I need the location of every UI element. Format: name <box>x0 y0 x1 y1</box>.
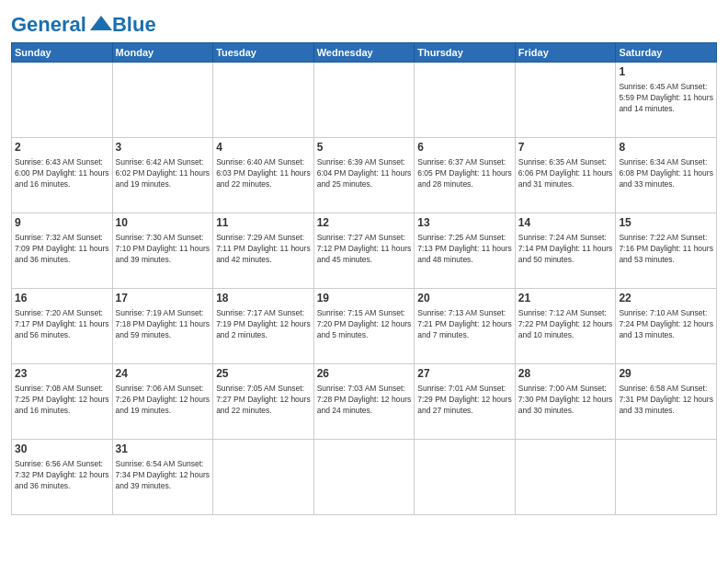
calendar-cell: 21Sunrise: 7:12 AM Sunset: 7:22 PM Dayli… <box>515 289 616 364</box>
calendar-cell: 30Sunrise: 6:56 AM Sunset: 7:32 PM Dayli… <box>12 440 113 515</box>
week-row-4: 16Sunrise: 7:20 AM Sunset: 7:17 PM Dayli… <box>12 289 717 364</box>
calendar-cell: 7Sunrise: 6:35 AM Sunset: 6:06 PM Daylig… <box>515 138 616 213</box>
day-number: 28 <box>518 366 613 382</box>
calendar-cell: 25Sunrise: 7:05 AM Sunset: 7:27 PM Dayli… <box>213 364 314 440</box>
cell-content: Sunrise: 6:45 AM Sunset: 5:59 PM Dayligh… <box>619 81 713 115</box>
calendar-cell: 12Sunrise: 7:27 AM Sunset: 7:12 PM Dayli… <box>313 213 415 289</box>
calendar-cell <box>213 63 314 138</box>
week-row-5: 23Sunrise: 7:08 AM Sunset: 7:25 PM Dayli… <box>12 364 717 440</box>
weekday-monday: Monday <box>112 43 213 63</box>
cell-content: Sunrise: 7:00 AM Sunset: 7:30 PM Dayligh… <box>518 383 613 417</box>
weekday-header-row: SundayMondayTuesdayWednesdayThursdayFrid… <box>12 43 717 63</box>
cell-content: Sunrise: 7:05 AM Sunset: 7:27 PM Dayligh… <box>216 383 311 417</box>
calendar-cell: 20Sunrise: 7:13 AM Sunset: 7:21 PM Dayli… <box>415 289 516 364</box>
calendar-cell: 11Sunrise: 7:29 AM Sunset: 7:11 PM Dayli… <box>213 213 314 289</box>
cell-content: Sunrise: 6:43 AM Sunset: 6:00 PM Dayligh… <box>15 156 109 190</box>
calendar-cell: 28Sunrise: 7:00 AM Sunset: 7:30 PM Dayli… <box>515 364 616 440</box>
day-number: 6 <box>417 140 512 155</box>
calendar-cell: 1Sunrise: 6:45 AM Sunset: 5:59 PM Daylig… <box>616 63 717 138</box>
day-number: 4 <box>216 140 311 155</box>
calendar-cell <box>112 63 213 138</box>
weekday-tuesday: Tuesday <box>213 43 314 63</box>
day-number: 31 <box>116 442 210 457</box>
weekday-friday: Friday <box>515 43 616 63</box>
cell-content: Sunrise: 7:13 AM Sunset: 7:21 PM Dayligh… <box>417 307 512 341</box>
cell-content: Sunrise: 7:10 AM Sunset: 7:24 PM Dayligh… <box>619 307 713 341</box>
cell-content: Sunrise: 7:15 AM Sunset: 7:20 PM Dayligh… <box>317 307 412 341</box>
calendar-cell: 27Sunrise: 7:01 AM Sunset: 7:29 PM Dayli… <box>415 364 516 440</box>
day-number: 13 <box>417 215 512 231</box>
day-number: 5 <box>317 140 412 155</box>
day-number: 7 <box>518 140 613 155</box>
day-number: 1 <box>619 64 713 80</box>
calendar-cell <box>415 440 516 515</box>
cell-content: Sunrise: 6:39 AM Sunset: 6:04 PM Dayligh… <box>317 156 412 190</box>
cell-content: Sunrise: 6:40 AM Sunset: 6:03 PM Dayligh… <box>216 156 311 190</box>
day-number: 22 <box>619 291 713 306</box>
calendar-cell: 18Sunrise: 7:17 AM Sunset: 7:19 PM Dayli… <box>213 289 314 364</box>
calendar-cell: 22Sunrise: 7:10 AM Sunset: 7:24 PM Dayli… <box>616 289 717 364</box>
calendar-cell: 24Sunrise: 7:06 AM Sunset: 7:26 PM Dayli… <box>112 364 213 440</box>
calendar-cell: 19Sunrise: 7:15 AM Sunset: 7:20 PM Dayli… <box>313 289 415 364</box>
weekday-thursday: Thursday <box>415 43 516 63</box>
logo-text: General <box>11 13 86 37</box>
day-number: 16 <box>15 291 109 306</box>
cell-content: Sunrise: 7:29 AM Sunset: 7:11 PM Dayligh… <box>216 232 311 266</box>
day-number: 27 <box>417 366 512 382</box>
svg-rect-1 <box>98 25 104 30</box>
day-number: 10 <box>116 215 210 231</box>
week-row-3: 9Sunrise: 7:32 AM Sunset: 7:09 PM Daylig… <box>12 213 717 289</box>
logo-blue: Blue <box>112 13 156 37</box>
week-row-1: 1Sunrise: 6:45 AM Sunset: 5:59 PM Daylig… <box>12 63 717 138</box>
cell-content: Sunrise: 7:20 AM Sunset: 7:17 PM Dayligh… <box>15 307 109 341</box>
calendar-cell: 17Sunrise: 7:19 AM Sunset: 7:18 PM Dayli… <box>112 289 213 364</box>
day-number: 11 <box>216 215 311 231</box>
logo-icon <box>88 14 114 34</box>
day-number: 8 <box>619 140 713 155</box>
calendar-table: SundayMondayTuesdayWednesdayThursdayFrid… <box>11 42 717 515</box>
calendar-cell: 16Sunrise: 7:20 AM Sunset: 7:17 PM Dayli… <box>12 289 113 364</box>
cell-content: Sunrise: 7:03 AM Sunset: 7:28 PM Dayligh… <box>317 383 412 417</box>
calendar-cell: 15Sunrise: 7:22 AM Sunset: 7:16 PM Dayli… <box>616 213 717 289</box>
calendar-cell: 8Sunrise: 6:34 AM Sunset: 6:08 PM Daylig… <box>616 138 717 213</box>
day-number: 12 <box>317 215 412 231</box>
calendar-page: General Blue SundayMondayTuesdayWednesda… <box>0 0 728 563</box>
day-number: 21 <box>518 291 613 306</box>
cell-content: Sunrise: 7:27 AM Sunset: 7:12 PM Dayligh… <box>317 232 412 266</box>
cell-content: Sunrise: 7:22 AM Sunset: 7:16 PM Dayligh… <box>619 232 713 266</box>
cell-content: Sunrise: 6:42 AM Sunset: 6:02 PM Dayligh… <box>116 156 210 190</box>
day-number: 2 <box>15 140 109 155</box>
day-number: 23 <box>15 366 109 382</box>
cell-content: Sunrise: 7:17 AM Sunset: 7:19 PM Dayligh… <box>216 307 311 341</box>
page-header: General Blue <box>11 9 717 37</box>
cell-content: Sunrise: 7:32 AM Sunset: 7:09 PM Dayligh… <box>15 232 109 266</box>
calendar-cell <box>415 63 516 138</box>
day-number: 17 <box>116 291 210 306</box>
calendar-cell <box>616 440 717 515</box>
calendar-cell: 23Sunrise: 7:08 AM Sunset: 7:25 PM Dayli… <box>12 364 113 440</box>
logo: General Blue <box>11 13 156 37</box>
calendar-cell: 29Sunrise: 6:58 AM Sunset: 7:31 PM Dayli… <box>616 364 717 440</box>
cell-content: Sunrise: 7:24 AM Sunset: 7:14 PM Dayligh… <box>518 232 613 266</box>
week-row-2: 2Sunrise: 6:43 AM Sunset: 6:00 PM Daylig… <box>12 138 717 213</box>
cell-content: Sunrise: 6:56 AM Sunset: 7:32 PM Dayligh… <box>15 458 109 492</box>
cell-content: Sunrise: 7:06 AM Sunset: 7:26 PM Dayligh… <box>116 383 210 417</box>
day-number: 24 <box>116 366 210 382</box>
day-number: 19 <box>317 291 412 306</box>
day-number: 14 <box>518 215 613 231</box>
calendar-cell <box>12 63 113 138</box>
weekday-sunday: Sunday <box>12 43 113 63</box>
calendar-cell <box>515 63 616 138</box>
week-row-6: 30Sunrise: 6:56 AM Sunset: 7:32 PM Dayli… <box>12 440 717 515</box>
calendar-cell: 3Sunrise: 6:42 AM Sunset: 6:02 PM Daylig… <box>112 138 213 213</box>
cell-content: Sunrise: 7:30 AM Sunset: 7:10 PM Dayligh… <box>116 232 210 266</box>
calendar-cell: 13Sunrise: 7:25 AM Sunset: 7:13 PM Dayli… <box>415 213 516 289</box>
cell-content: Sunrise: 6:37 AM Sunset: 6:05 PM Dayligh… <box>417 156 512 190</box>
cell-content: Sunrise: 7:08 AM Sunset: 7:25 PM Dayligh… <box>15 383 109 417</box>
calendar-cell <box>313 63 415 138</box>
day-number: 9 <box>15 215 109 231</box>
day-number: 25 <box>216 366 311 382</box>
logo-general: General <box>11 13 86 36</box>
day-number: 18 <box>216 291 311 306</box>
day-number: 15 <box>619 215 713 231</box>
